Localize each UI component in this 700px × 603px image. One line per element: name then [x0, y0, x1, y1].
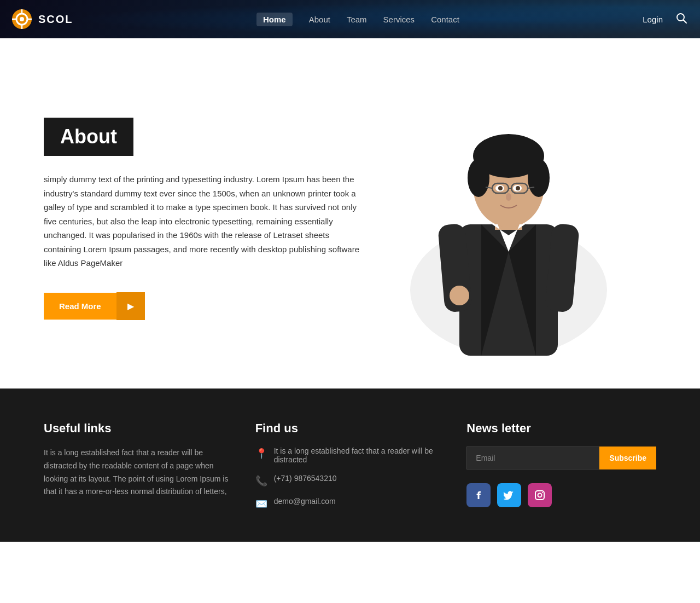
svg-line-8: [683, 20, 686, 23]
svg-point-2: [20, 17, 24, 21]
about-section: About simply dummy text of the printing …: [0, 38, 700, 389]
footer: Useful links It is a long established fa…: [0, 389, 700, 542]
newsletter-col: News letter Subscribe: [466, 421, 656, 520]
find-us-email-item: ✉️ demo@gmail.com: [255, 497, 445, 510]
nav-team[interactable]: Team: [347, 15, 367, 24]
find-us-email: demo@gmail.com: [274, 497, 336, 506]
nav-home[interactable]: Home: [256, 13, 293, 26]
about-content: About simply dummy text of the printing …: [44, 118, 361, 320]
email-input[interactable]: [466, 447, 599, 469]
facebook-icon[interactable]: [466, 483, 491, 507]
newsletter-heading: News letter: [466, 421, 656, 436]
find-us-phone-item: 📞 (+71) 9876543210: [255, 474, 445, 487]
person-illustration: [405, 82, 612, 356]
nav-services[interactable]: Services: [383, 15, 415, 24]
logo-text: SCOL: [38, 13, 73, 26]
find-us-address-item: 📍 It is a long established fact that a r…: [255, 447, 445, 464]
header: SCOL Home About Team Services Contact Lo…: [0, 0, 700, 38]
svg-point-33: [538, 494, 542, 497]
about-text: simply dummy text of the printing and ty…: [44, 172, 361, 270]
email-icon: ✉️: [255, 498, 267, 510]
find-us-heading: Find us: [255, 421, 445, 436]
phone-icon: 📞: [255, 475, 267, 487]
search-icon[interactable]: [674, 10, 689, 28]
instagram-icon[interactable]: [528, 483, 552, 507]
find-us-address: It is a long established fact that a rea…: [274, 447, 445, 464]
subscribe-button[interactable]: Subscribe: [599, 447, 656, 469]
logo-icon: [11, 8, 33, 30]
about-image-area: [361, 82, 656, 356]
find-us-col: Find us 📍 It is a long established fact …: [255, 421, 445, 520]
nav-contact[interactable]: Contact: [431, 15, 459, 24]
useful-links-heading: Useful links: [44, 421, 234, 436]
useful-links-text: It is a long established fact that a rea…: [44, 447, 234, 498]
twitter-icon[interactable]: [497, 483, 521, 507]
nav-about[interactable]: About: [309, 15, 330, 24]
useful-links-col: Useful links It is a long established fa…: [44, 421, 234, 520]
find-us-phone: (+71) 9876543210: [274, 474, 337, 483]
read-more-button[interactable]: Read More: [44, 293, 116, 320]
svg-point-31: [506, 193, 511, 201]
svg-point-30: [516, 186, 520, 190]
play-button[interactable]: ▶: [116, 292, 145, 320]
social-icons: [466, 483, 656, 507]
login-button[interactable]: Login: [643, 15, 663, 24]
location-icon: 📍: [255, 448, 267, 460]
header-right: Login: [643, 10, 689, 28]
svg-point-21: [450, 286, 469, 305]
main-nav: Home About Team Services Contact: [256, 13, 459, 26]
logo-area: SCOL: [11, 8, 73, 30]
about-title: About: [44, 118, 133, 156]
svg-point-14: [468, 159, 489, 197]
svg-point-15: [528, 159, 550, 197]
newsletter-form: Subscribe: [466, 447, 656, 469]
svg-point-34: [542, 492, 543, 493]
svg-point-29: [498, 186, 503, 190]
about-buttons: Read More ▶: [44, 292, 361, 320]
